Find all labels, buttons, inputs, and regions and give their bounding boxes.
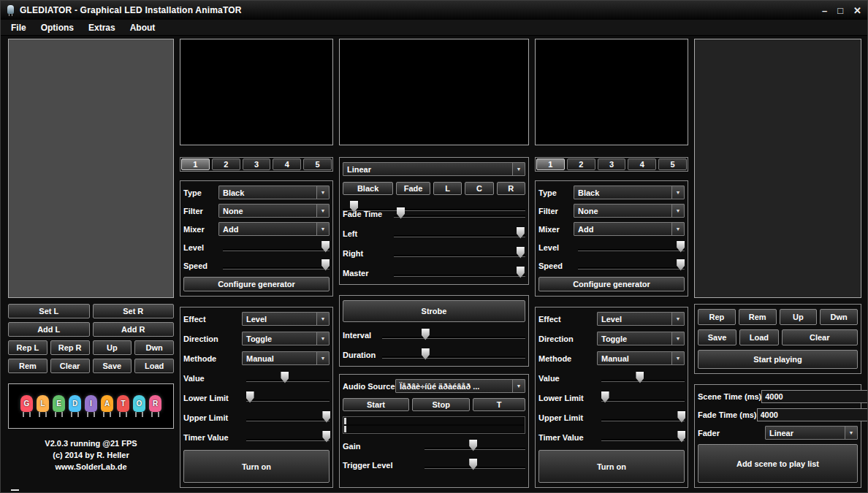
tab-5[interactable]: 5 bbox=[658, 158, 687, 170]
fader-dropdown[interactable]: Linear ▼ bbox=[765, 426, 858, 440]
chevron-down-icon[interactable]: ▼ bbox=[512, 163, 525, 175]
tab-1[interactable]: 1 bbox=[536, 158, 565, 170]
turn-on-button[interactable]: Turn on bbox=[183, 450, 330, 483]
filter-dropdown[interactable]: None ▼ bbox=[218, 204, 330, 218]
menu-options[interactable]: Options bbox=[34, 20, 81, 35]
timer-value-slider[interactable] bbox=[246, 431, 330, 444]
type-dropdown[interactable]: Black ▼ bbox=[574, 186, 685, 199]
chevron-down-icon[interactable]: ▼ bbox=[671, 186, 684, 199]
strobe-button[interactable]: Strobe bbox=[343, 300, 525, 322]
chevron-down-icon[interactable]: ▼ bbox=[316, 352, 329, 364]
tab-2[interactable]: 2 bbox=[567, 158, 595, 170]
speed-slider[interactable] bbox=[578, 259, 685, 272]
add-r-button[interactable]: Add R bbox=[93, 322, 175, 337]
audio-source-dropdown[interactable]: Ïåðâè÷íûé äðàéâåð ... ▼ bbox=[395, 379, 525, 393]
chevron-down-icon[interactable]: ▼ bbox=[671, 352, 684, 364]
gain-slider[interactable] bbox=[425, 440, 525, 453]
fade-center-button[interactable]: C bbox=[465, 182, 493, 195]
audio-t-button[interactable]: T bbox=[473, 398, 525, 411]
menu-file[interactable]: File bbox=[4, 20, 34, 35]
upper-limit-slider[interactable] bbox=[601, 411, 685, 424]
load-button[interactable]: Load bbox=[739, 329, 778, 345]
fader-curve-dropdown[interactable]: Linear ▼ bbox=[343, 162, 525, 176]
filter-dropdown[interactable]: None ▼ bbox=[574, 204, 685, 218]
right-slider[interactable] bbox=[394, 247, 525, 260]
configure-generator-button[interactable]: Configure generator bbox=[538, 277, 685, 291]
save-button[interactable]: Save bbox=[698, 329, 736, 345]
rep-button[interactable]: Rep bbox=[698, 309, 736, 325]
direction-dropdown[interactable]: Toggle ▼ bbox=[242, 332, 330, 345]
minimize-icon[interactable]: – bbox=[822, 6, 827, 15]
tab-3[interactable]: 3 bbox=[243, 158, 271, 170]
duration-slider[interactable] bbox=[382, 348, 525, 362]
fade-time-input[interactable] bbox=[757, 408, 868, 421]
trigger-level-slider[interactable] bbox=[425, 459, 525, 472]
value-slider[interactable] bbox=[246, 372, 330, 385]
set-r-button[interactable]: Set R bbox=[93, 304, 175, 318]
fade-left-button[interactable]: L bbox=[433, 182, 462, 195]
chevron-down-icon[interactable]: ▼ bbox=[316, 313, 329, 325]
tab-5[interactable]: 5 bbox=[303, 158, 332, 170]
level-slider[interactable] bbox=[578, 241, 685, 254]
lower-limit-slider[interactable] bbox=[601, 391, 685, 405]
rep-r-button[interactable]: Rep R bbox=[50, 340, 90, 355]
methode-dropdown[interactable]: Manual ▼ bbox=[597, 351, 685, 365]
rep-l-button[interactable]: Rep L bbox=[8, 340, 47, 355]
rem-button[interactable]: Rem bbox=[739, 309, 777, 325]
chevron-down-icon[interactable]: ▼ bbox=[316, 332, 329, 345]
mixer-dropdown[interactable]: Add ▼ bbox=[574, 222, 685, 236]
fade-black-button[interactable]: Black bbox=[343, 182, 393, 195]
tab-1[interactable]: 1 bbox=[181, 158, 210, 170]
turn-on-button[interactable]: Turn on bbox=[538, 450, 685, 483]
audio-stop-button[interactable]: Stop bbox=[412, 398, 470, 411]
level-slider[interactable] bbox=[223, 241, 330, 254]
tab-4[interactable]: 4 bbox=[628, 158, 656, 170]
scene-time-input[interactable] bbox=[761, 390, 868, 403]
lower-limit-slider[interactable] bbox=[246, 391, 330, 405]
type-dropdown[interactable]: Black ▼ bbox=[218, 186, 330, 199]
menu-extras[interactable]: Extras bbox=[81, 20, 123, 35]
menu-about[interactable]: About bbox=[123, 20, 163, 35]
tab-4[interactable]: 4 bbox=[273, 158, 301, 170]
dwn-button[interactable]: Dwn bbox=[134, 340, 174, 355]
maximize-icon[interactable]: □ bbox=[837, 6, 843, 15]
fade-time-slider[interactable] bbox=[394, 207, 525, 221]
mixer-dropdown[interactable]: Add ▼ bbox=[218, 222, 330, 236]
close-icon[interactable]: ✕ bbox=[853, 6, 861, 15]
chevron-down-icon[interactable]: ▼ bbox=[316, 205, 329, 217]
timer-value-slider[interactable] bbox=[601, 431, 685, 444]
load-button[interactable]: Load bbox=[134, 359, 174, 373]
clear-button[interactable]: Clear bbox=[50, 359, 90, 373]
save-button[interactable]: Save bbox=[93, 359, 132, 373]
title-bar[interactable]: GLEDIATOR - Graphical LED Installation A… bbox=[1, 1, 867, 20]
upper-limit-slider[interactable] bbox=[246, 411, 330, 424]
playlist-panel[interactable] bbox=[694, 39, 861, 298]
dwn-button[interactable]: Dwn bbox=[820, 309, 858, 325]
master-slider[interactable] bbox=[394, 267, 525, 280]
tab-2[interactable]: 2 bbox=[212, 158, 240, 170]
direction-dropdown[interactable]: Toggle ▼ bbox=[597, 332, 685, 345]
rem-button[interactable]: Rem bbox=[8, 359, 47, 373]
chevron-down-icon[interactable]: ▼ bbox=[671, 223, 684, 235]
fade-right-button[interactable]: R bbox=[497, 182, 525, 195]
left-slider[interactable] bbox=[394, 227, 525, 240]
chevron-down-icon[interactable]: ▼ bbox=[316, 186, 329, 199]
value-slider[interactable] bbox=[601, 372, 685, 385]
add-scene-button[interactable]: Add scene to play list bbox=[698, 444, 858, 483]
effect-dropdown[interactable]: Level ▼ bbox=[242, 312, 330, 326]
chevron-down-icon[interactable]: ▼ bbox=[845, 427, 857, 439]
configure-generator-button[interactable]: Configure generator bbox=[183, 277, 330, 291]
chevron-down-icon[interactable]: ▼ bbox=[512, 380, 525, 392]
chevron-down-icon[interactable]: ▼ bbox=[671, 332, 684, 345]
up-button[interactable]: Up bbox=[780, 309, 818, 325]
interval-slider[interactable] bbox=[382, 329, 525, 342]
chevron-down-icon[interactable]: ▼ bbox=[671, 205, 684, 217]
chevron-down-icon[interactable]: ▼ bbox=[316, 223, 329, 235]
add-l-button[interactable]: Add L bbox=[8, 322, 90, 337]
start-playing-button[interactable]: Start playing bbox=[698, 350, 858, 369]
fade-fade-button[interactable]: Fade bbox=[396, 182, 430, 195]
speed-slider[interactable] bbox=[223, 259, 330, 272]
audio-start-button[interactable]: Start bbox=[343, 398, 409, 411]
clear-button[interactable]: Clear bbox=[782, 329, 859, 345]
tab-3[interactable]: 3 bbox=[598, 158, 626, 170]
